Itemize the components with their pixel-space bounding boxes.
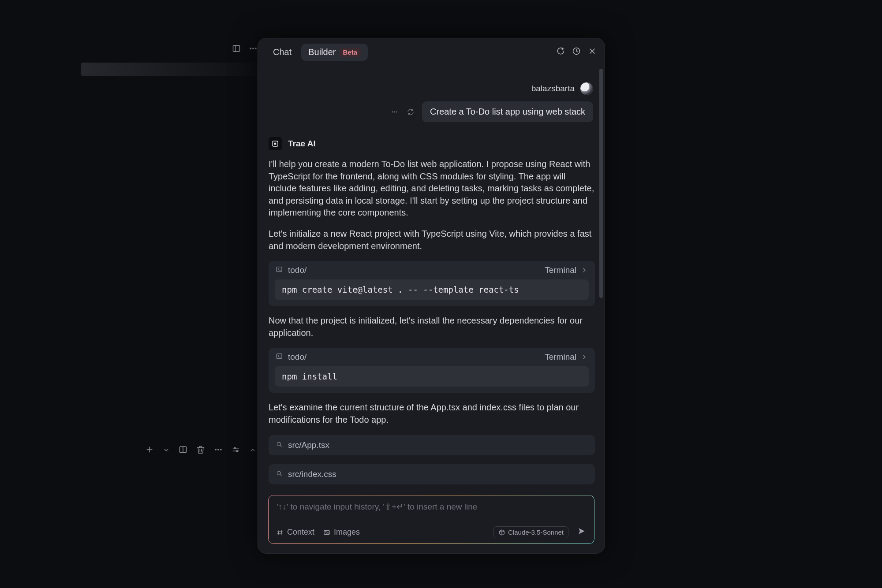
terminal-icon	[276, 352, 283, 362]
file-card[interactable]: src/App.tsx	[269, 435, 595, 455]
editor-left-strip	[86, 38, 258, 78]
svg-point-25	[396, 112, 397, 112]
more-icon[interactable]	[249, 44, 258, 53]
terminal-icon	[276, 265, 283, 275]
file-path: src/index.css	[288, 469, 336, 479]
avatar[interactable]	[580, 82, 593, 95]
assistant-name: Trae AI	[288, 139, 316, 149]
more-icon[interactable]	[390, 108, 399, 116]
scrollbar-thumb[interactable]	[599, 69, 603, 298]
regenerate-icon[interactable]	[406, 108, 415, 116]
chevron-up-icon[interactable]	[249, 446, 256, 456]
context-button[interactable]: Context	[277, 528, 314, 537]
assistant-text: I'll help you create a modern To-Do list…	[269, 158, 595, 219]
close-icon[interactable]	[588, 47, 597, 58]
tab-builder[interactable]: Builder Beta	[301, 44, 368, 61]
chevron-down-icon[interactable]	[163, 446, 170, 456]
context-label: Context	[287, 528, 314, 537]
images-button[interactable]: Images	[323, 528, 360, 537]
svg-rect-27	[274, 143, 277, 145]
chevron-right-icon	[581, 354, 588, 361]
svg-point-11	[220, 449, 221, 450]
search-icon	[276, 469, 283, 479]
chevron-right-icon	[581, 267, 588, 274]
terminal-expand[interactable]: Terminal	[545, 265, 588, 275]
split-panel-icon[interactable]	[179, 445, 187, 456]
terminal-card: todo/ Terminal npm create vite@latest . …	[269, 261, 595, 306]
sidebar-toggle-icon[interactable]	[232, 44, 241, 53]
svg-line-37	[281, 530, 282, 535]
tab-chat[interactable]: Chat	[266, 44, 299, 61]
assistant-text: Let's initialize a new React project wit…	[269, 228, 595, 252]
ai-chat-panel: Chat Builder Beta	[258, 38, 605, 554]
assistant-header: Trae AI	[269, 137, 595, 150]
editor-tab-shadow	[81, 63, 261, 76]
sliders-icon[interactable]	[232, 445, 240, 456]
user-name: balazsbarta	[531, 84, 575, 93]
terminal-path: todo/	[288, 352, 306, 362]
svg-point-23	[392, 112, 393, 112]
svg-point-24	[394, 112, 395, 112]
terminal-expand[interactable]: Terminal	[545, 352, 588, 362]
svg-line-36	[278, 530, 279, 535]
new-chat-icon[interactable]	[556, 47, 565, 58]
svg-rect-30	[277, 354, 282, 359]
terminal-path: todo/	[288, 265, 306, 275]
model-selector[interactable]: Claude-3.5-Sonnet	[493, 526, 568, 538]
terminal-label: Terminal	[545, 265, 576, 275]
terminal-card: todo/ Terminal npm install	[269, 348, 595, 393]
beta-badge: Beta	[340, 48, 361, 57]
plus-icon[interactable]	[145, 445, 154, 456]
history-icon[interactable]	[572, 47, 581, 58]
chat-input[interactable]: '↑↓' to navigate input history, '⇧+↵' to…	[269, 495, 594, 543]
model-name: Claude-3.5-Sonnet	[508, 528, 564, 536]
svg-rect-0	[233, 45, 240, 51]
svg-line-35	[280, 474, 281, 476]
svg-line-33	[280, 445, 281, 447]
panel-topbar: Chat Builder Beta	[258, 38, 605, 66]
svg-point-4	[255, 48, 256, 49]
user-message-text: Create a To-Do list app using web stack	[430, 107, 585, 116]
assistant-text: Now that the project is initialized, let…	[269, 315, 595, 339]
tab-label: Builder	[308, 47, 336, 57]
svg-point-3	[253, 48, 254, 49]
send-icon	[577, 527, 586, 536]
tab-label: Chat	[273, 47, 292, 57]
image-icon	[323, 529, 330, 536]
file-card[interactable]: src/index.css	[269, 464, 595, 484]
search-icon	[276, 440, 283, 450]
svg-point-41	[325, 531, 326, 532]
cube-icon	[498, 529, 505, 536]
file-path: src/App.tsx	[288, 440, 329, 450]
assistant-text: Let's examine the current structure of t…	[269, 402, 595, 426]
trash-icon[interactable]	[196, 445, 205, 456]
svg-point-10	[218, 449, 219, 450]
hash-icon	[277, 529, 284, 536]
svg-point-2	[250, 48, 251, 49]
terminal-label: Terminal	[545, 352, 576, 362]
assistant-avatar	[269, 137, 282, 150]
terminal-command: npm create vite@latest . -- --template r…	[275, 279, 589, 300]
svg-point-9	[215, 449, 216, 450]
user-message-bubble: Create a To-Do list app using web stack	[422, 101, 593, 122]
send-button[interactable]	[577, 527, 586, 538]
images-label: Images	[334, 528, 360, 537]
user-header: balazsbarta	[269, 82, 595, 95]
svg-rect-28	[277, 267, 282, 272]
more-icon[interactable]	[214, 445, 223, 456]
chat-input-placeholder: '↑↓' to navigate input history, '⇧+↵' to…	[277, 502, 586, 519]
chat-scroll[interactable]: balazsbarta Create a To-Do list app usin…	[269, 66, 595, 491]
terminal-pane-toolbar	[145, 445, 274, 456]
terminal-command: npm install	[275, 366, 589, 387]
